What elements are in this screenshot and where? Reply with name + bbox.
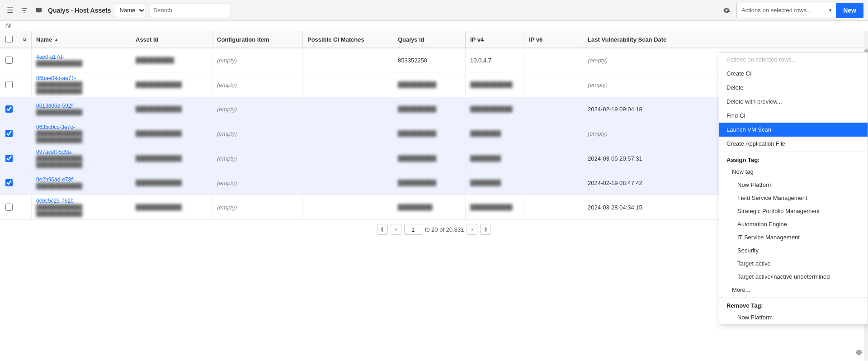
page-info: to 20 of 20,831 bbox=[425, 226, 464, 233]
last-page-button[interactable]: ⟫ bbox=[480, 224, 491, 235]
status-indicator bbox=[856, 350, 862, 355]
td-checkbox-2[interactable] bbox=[0, 73, 18, 96]
td-ipv6-5 bbox=[524, 147, 583, 170]
td-assetid-2: ████████████ bbox=[131, 73, 212, 96]
td-qualysid-7: █████████ bbox=[393, 195, 466, 219]
td-checkbox-5[interactable] bbox=[0, 147, 18, 170]
td-assetid-6: ████████████ bbox=[131, 171, 212, 195]
menu-item-target-active-inactive[interactable]: Target active/inactive undetermined bbox=[719, 270, 868, 283]
menu-item-create-application-file[interactable]: Create Application File bbox=[719, 137, 868, 151]
td-assetid-3: ████████████ bbox=[131, 97, 212, 121]
td-ipv6-4 bbox=[524, 122, 583, 145]
td-ci-2: (empty) bbox=[212, 73, 303, 96]
td-ci-6: (empty) bbox=[212, 171, 303, 195]
menu-item-create-ci[interactable]: Create CI bbox=[719, 66, 868, 81]
td-search-4 bbox=[18, 122, 32, 145]
td-name-1: 4ae0-a17d- ████████████ bbox=[32, 48, 131, 72]
th-checkbox[interactable] bbox=[0, 31, 18, 48]
menu-item-now-platform-assign[interactable]: Now Platform bbox=[719, 178, 868, 191]
td-search-2 bbox=[18, 73, 32, 96]
breadcrumb: All bbox=[0, 21, 868, 31]
gear-icon[interactable] bbox=[720, 4, 733, 17]
td-possci-5 bbox=[303, 147, 393, 170]
td-name-4: 0635c0cc-3e7c- ████████████ ████████████ bbox=[32, 121, 131, 146]
select-all-checkbox[interactable] bbox=[5, 36, 13, 43]
page-title: Qualys - Host Assets bbox=[48, 7, 111, 14]
menu-item-launch-vm-scan[interactable]: Launch VM Scan bbox=[719, 123, 868, 137]
td-search-5 bbox=[18, 147, 32, 170]
menu-item-it-service-management[interactable]: IT Service Management bbox=[719, 231, 868, 244]
td-checkbox-3[interactable] bbox=[0, 97, 18, 121]
menu-item-field-service-management[interactable]: Field Service Management bbox=[719, 191, 868, 204]
td-ipv6-2 bbox=[524, 73, 583, 96]
th-last-scan[interactable]: Last Vulnerability Scan Date bbox=[583, 31, 868, 48]
th-configuration-item[interactable]: Configuration item bbox=[212, 31, 303, 48]
td-possci-3 bbox=[303, 97, 393, 121]
td-search-1 bbox=[18, 48, 32, 72]
td-assetid-5: ████████████ bbox=[131, 147, 212, 170]
menu-item-more[interactable]: More... bbox=[719, 283, 868, 296]
menu-item-find-ci[interactable]: Find CI bbox=[719, 109, 868, 123]
td-ipv4-6: ████████ bbox=[466, 171, 524, 195]
actions-dropdown[interactable]: Actions on selected rows... bbox=[736, 3, 836, 18]
menu-item-new-tag[interactable]: New tag bbox=[719, 165, 868, 178]
td-ipv6-1 bbox=[524, 48, 583, 72]
filter-select-wrapper: Name bbox=[115, 4, 146, 17]
page-number-input[interactable] bbox=[404, 224, 422, 235]
new-button[interactable]: New bbox=[836, 3, 863, 18]
td-ci-3: (empty) bbox=[212, 97, 303, 121]
prev-page-button[interactable]: ‹ bbox=[391, 224, 401, 235]
menu-item-now-platform-remove[interactable]: Now Platform bbox=[719, 311, 868, 324]
td-search-6 bbox=[18, 171, 32, 195]
search-input[interactable] bbox=[150, 4, 231, 17]
menu-divider-1 bbox=[719, 152, 868, 152]
td-ipv4-1: 10.0.4.7 bbox=[466, 48, 524, 72]
th-name[interactable]: Name ▲ bbox=[32, 31, 131, 48]
menu-item-security[interactable]: Security bbox=[719, 244, 868, 257]
chat-icon[interactable] bbox=[33, 5, 44, 16]
menu-item-strategic-portfolio[interactable]: Strategic Portfolio Management bbox=[719, 204, 868, 218]
td-ipv6-7 bbox=[524, 195, 583, 219]
svg-line-4 bbox=[25, 40, 26, 41]
td-ipv4-4: ████████ bbox=[466, 122, 524, 145]
toolbar: ☰ Qualys - Host Assets Name Actions on s… bbox=[0, 0, 868, 21]
first-page-button[interactable]: ⟪ bbox=[377, 224, 388, 235]
th-assetid[interactable]: Asset Id bbox=[131, 31, 212, 48]
td-name-2: 05bae09d-aa71- ████████████ ████████████ bbox=[32, 72, 131, 97]
td-possci-2 bbox=[303, 73, 393, 96]
td-qualysid-1: 853352250 bbox=[393, 48, 466, 72]
td-possci-4 bbox=[303, 122, 393, 145]
th-ipv6[interactable]: IP v6 bbox=[524, 31, 583, 48]
actions-dropdown-menu: Actions on selected rows... Create CI De… bbox=[719, 52, 868, 324]
td-ipv4-2: ███████████ bbox=[466, 73, 524, 96]
td-checkbox-7[interactable] bbox=[0, 195, 18, 219]
td-name-7: 0e6c5c25-762b- ████████████ ████████████ bbox=[32, 195, 131, 219]
th-qualys-id[interactable]: Qualys Id bbox=[393, 31, 466, 48]
td-name-6: 0e2b96ad-e78f- ████████████ bbox=[32, 171, 131, 195]
menu-item-delete[interactable]: Delete bbox=[719, 81, 868, 95]
td-ci-7: (empty) bbox=[212, 195, 303, 219]
td-checkbox-4[interactable] bbox=[0, 122, 18, 145]
td-ci-5: (empty) bbox=[212, 147, 303, 170]
filter-select[interactable]: Name bbox=[115, 4, 146, 17]
td-possci-6 bbox=[303, 171, 393, 195]
td-assetid-7: ████████████ bbox=[131, 195, 212, 219]
td-qualysid-3: ██████████ bbox=[393, 97, 466, 121]
th-ipv4[interactable]: IP v4 bbox=[466, 31, 524, 48]
menu-item-target-active[interactable]: Target active bbox=[719, 257, 868, 270]
td-assetid-1: ██████████ bbox=[131, 48, 212, 72]
next-page-button[interactable]: › bbox=[467, 224, 477, 235]
actions-dropdown-wrapper: Actions on selected rows... ▼ bbox=[736, 3, 836, 18]
td-name-3: 0613d06d-592f- ████████████ bbox=[32, 97, 131, 121]
menu-item-automation-engine[interactable]: Automation Engine bbox=[719, 218, 868, 231]
td-ipv6-6 bbox=[524, 171, 583, 195]
td-ci-1: (empty) bbox=[212, 48, 303, 72]
td-checkbox-6[interactable] bbox=[0, 171, 18, 195]
td-ipv4-3: ███████████ bbox=[466, 97, 524, 121]
th-search[interactable] bbox=[18, 31, 32, 48]
menu-item-delete-preview[interactable]: Delete with preview... bbox=[719, 95, 868, 109]
th-possible-ci-matches[interactable]: Possible CI Matches bbox=[303, 31, 393, 48]
menu-icon[interactable]: ☰ bbox=[5, 5, 15, 16]
filter-icon[interactable] bbox=[19, 5, 30, 16]
td-checkbox-1[interactable] bbox=[0, 48, 18, 72]
